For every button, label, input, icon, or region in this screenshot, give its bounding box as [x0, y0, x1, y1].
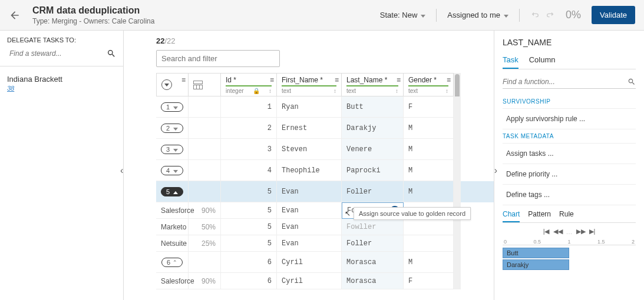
steward-count[interactable]: 38: [0, 85, 123, 92]
subtab-chart[interactable]: Chart: [503, 210, 520, 222]
subtab-pattern[interactable]: Pattern: [528, 210, 551, 222]
table-row[interactable]: 🔓 6⌃ 6 Cyril Morasca M: [156, 252, 494, 273]
action-assign-tasks[interactable]: Assign tasks ...: [503, 144, 636, 164]
filter-input[interactable]: [156, 50, 280, 67]
column-menu-icon[interactable]: ≡: [181, 76, 186, 84]
validate-button[interactable]: Validate: [592, 6, 635, 24]
table-row[interactable]: 3 3 Steven Venere M: [156, 139, 494, 160]
assigned-dropdown[interactable]: Assigned to me: [447, 11, 508, 19]
cursor-icon: ↖: [345, 209, 351, 218]
chart-toolbar[interactable]: |◀ ◀◀ … ▶▶ ▶|: [503, 228, 636, 235]
column-menu-icon[interactable]: ≡: [447, 76, 451, 84]
table-row[interactable]: 🔓 5 5 Evan Foller M: [156, 181, 494, 202]
steward-search-input[interactable]: [7, 47, 107, 60]
table-row[interactable]: Salesforce 90% 5 Evan Foller ↑ M ↖ Assig…: [156, 202, 494, 219]
steward-name[interactable]: Indiana Brackett: [0, 66, 123, 85]
sort-icon[interactable]: ↕: [269, 88, 272, 94]
action-define-tags[interactable]: Define tags ...: [503, 185, 636, 205]
column-header-gender[interactable]: Gender * text↕ ≡: [404, 73, 454, 96]
page-subtitle: Type: Merging - Owners: Cale Carolina: [32, 17, 380, 25]
column-menu-icon[interactable]: ≡: [270, 76, 274, 84]
table-row[interactable]: Marketo 50% 5 Evan Fowller: [156, 219, 494, 235]
nav-prev-icon[interactable]: ◀◀: [553, 228, 563, 235]
row-count: 22/22: [124, 36, 494, 50]
nav-first-icon[interactable]: |◀: [543, 228, 550, 235]
chart-bar[interactable]: Darakjy: [503, 259, 569, 270]
group-toggle[interactable]: 3: [161, 145, 183, 154]
collapse-left-handle[interactable]: ‹: [120, 165, 123, 176]
table-row[interactable]: Netsuite 25% 5 Evan Foller: [156, 235, 494, 252]
layout-header: [189, 73, 221, 96]
progress-percent: 0%: [566, 9, 581, 21]
tooltip: Assign source value to golden record: [354, 207, 471, 220]
column-header-first-name[interactable]: First_Name * text↕ ≡: [277, 73, 342, 96]
tab-column[interactable]: Column: [529, 55, 556, 69]
search-icon[interactable]: [628, 78, 636, 86]
lock-icon: 🔒: [253, 88, 260, 94]
group-toggle[interactable]: 4: [161, 166, 183, 175]
redo-icon[interactable]: [546, 11, 555, 20]
scrollbar[interactable]: [454, 73, 461, 96]
state-dropdown[interactable]: State: New: [380, 11, 426, 19]
select-all-icon[interactable]: [161, 79, 172, 90]
search-icon[interactable]: [107, 49, 116, 58]
column-menu-icon[interactable]: ≡: [397, 76, 401, 84]
group-toggle[interactable]: 6⌃: [161, 258, 183, 267]
collapse-right-handle[interactable]: ›: [494, 165, 497, 176]
divider: [436, 9, 437, 22]
sort-icon[interactable]: ↕: [445, 88, 448, 94]
page-title: CRM data deduplication: [32, 5, 380, 16]
group-toggle[interactable]: 2: [161, 124, 183, 133]
nav-last-icon[interactable]: ▶|: [589, 228, 596, 235]
table-row[interactable]: 1 1 Ryan Butt F: [156, 96, 494, 118]
group-toggle[interactable]: 5: [161, 187, 183, 196]
delegate-label: DELEGATE TASKS TO:: [0, 36, 123, 47]
detail-title: LAST_NAME: [503, 38, 636, 47]
divider: [519, 9, 520, 22]
group-toggle[interactable]: 1: [161, 102, 183, 112]
sort-icon[interactable]: ↕: [333, 88, 336, 94]
table-row[interactable]: 2 2 Ernest Darakjy M: [156, 118, 494, 139]
column-menu-icon[interactable]: ≡: [335, 76, 339, 84]
subtab-rule[interactable]: Rule: [559, 210, 574, 222]
section-task-metadata: TASK METADATA: [503, 129, 636, 144]
column-header-id[interactable]: Id * integer🔒↕ ≡: [221, 73, 277, 96]
table-row[interactable]: Salesforce 90% 6 Cyril Morasca F: [156, 273, 494, 289]
select-all-header[interactable]: ≡: [156, 73, 189, 96]
column-header-last-name[interactable]: Last_Name * text↕ ≡: [342, 73, 404, 96]
table-row[interactable]: 4 4 Theophile Paprocki M: [156, 160, 494, 181]
grid-icon[interactable]: [193, 81, 203, 84]
action-define-priority[interactable]: Define priority ...: [503, 164, 636, 185]
action-apply-survivorship[interactable]: Apply survivorship rule ...: [503, 109, 636, 129]
function-search-input[interactable]: [503, 75, 628, 88]
chart-bar[interactable]: Butt: [503, 248, 569, 258]
chevron-down-icon: [420, 11, 425, 19]
chevron-down-icon: [503, 11, 508, 19]
tab-task[interactable]: Task: [503, 55, 518, 69]
back-arrow[interactable]: [9, 9, 21, 21]
chart-axis: 0 0.5 1 1.5 2: [503, 239, 636, 245]
nav-next-icon[interactable]: ▶▶: [576, 228, 586, 235]
section-survivorship: SURVIVORSHIP: [503, 95, 636, 109]
sort-icon[interactable]: ↕: [395, 88, 398, 94]
undo-icon[interactable]: [530, 11, 540, 20]
